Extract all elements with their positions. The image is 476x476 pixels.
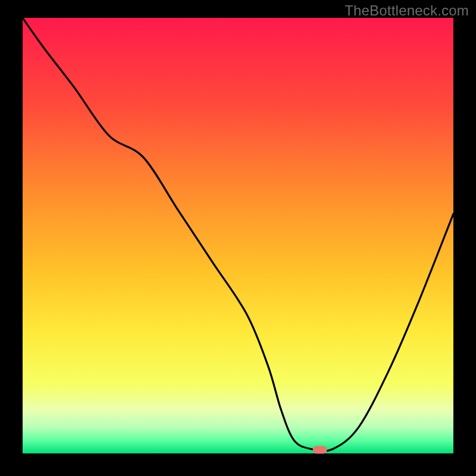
plot-background xyxy=(23,18,453,453)
chart-frame: TheBottleneck.com xyxy=(0,0,476,476)
bottleneck-chart xyxy=(0,0,476,476)
optimal-marker xyxy=(313,446,327,454)
